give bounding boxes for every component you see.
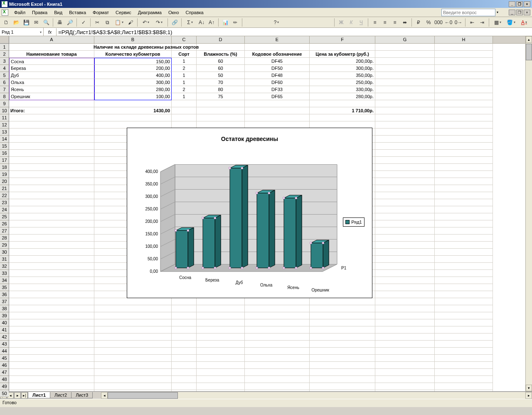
hscroll-thumb[interactable] [108, 392, 178, 399]
percent-icon[interactable]: % [424, 18, 433, 27]
menu-bar: Файл Правка Вид Вставка Формат Сервис Ди… [0, 8, 532, 17]
dropdown-icon[interactable]: ▾ [495, 10, 500, 14]
svg-text:Береза: Береза [205, 278, 219, 282]
svg-rect-70 [311, 243, 323, 268]
doc-restore-button[interactable]: ❐ [516, 10, 523, 15]
svg-rect-57 [256, 192, 258, 194]
sort-desc-icon[interactable]: A↑ [207, 18, 216, 27]
vertical-scrollbar[interactable]: ▴ ▾ [525, 36, 532, 391]
menu-view[interactable]: Вид [51, 9, 66, 16]
svg-rect-73 [310, 242, 312, 244]
align-right-icon[interactable]: ≡ [390, 18, 399, 27]
sum-icon[interactable]: Σ [184, 18, 196, 27]
menu-format[interactable]: Формат [89, 9, 112, 16]
cut-icon[interactable]: ✂ [93, 18, 102, 27]
scroll-left-icon[interactable]: ◂ [101, 392, 108, 399]
formula-bar: Ряд 1 fx [0, 28, 532, 36]
borders-icon[interactable]: ▦ [491, 18, 504, 27]
print-icon[interactable]: 🖶 [55, 18, 64, 27]
menu-edit[interactable]: Правка [29, 9, 51, 16]
align-left-icon[interactable]: ≡ [370, 18, 379, 27]
italic-icon[interactable]: К [347, 18, 356, 27]
menu-tools[interactable]: Сервис [112, 9, 135, 16]
fx-label[interactable]: fx [44, 30, 56, 35]
redo-icon[interactable]: ↷ [153, 18, 165, 27]
svg-text:200,00: 200,00 [145, 219, 158, 224]
open-icon[interactable]: 📂 [12, 18, 21, 27]
name-box[interactable]: Ряд 1 [0, 28, 44, 36]
doc-minimize-button[interactable]: _ [509, 10, 515, 15]
bold-icon[interactable]: Ж [337, 18, 346, 27]
underline-icon[interactable]: Ч [357, 18, 366, 27]
svg-text:400,00: 400,00 [145, 169, 158, 174]
scroll-up-icon[interactable]: ▴ [526, 36, 532, 43]
chart-title[interactable]: Остаток древесины [127, 128, 372, 142]
sort-asc-icon[interactable]: A↓ [197, 18, 206, 27]
align-center-icon[interactable]: ≡ [380, 18, 389, 27]
currency-icon[interactable]: ₽ [414, 18, 423, 27]
sheet-tab-2[interactable]: Лист2 [50, 392, 71, 398]
maximize-button[interactable]: ❐ [516, 1, 523, 7]
svg-rect-30 [176, 230, 188, 268]
close-button[interactable]: × [524, 1, 530, 7]
embedded-chart[interactable]: Остаток древесины Ряд1 0,0050,00100,0015… [127, 128, 372, 298]
column-headers[interactable]: ABCDEFGH [9, 36, 525, 44]
save-icon[interactable]: 💾 [22, 18, 31, 27]
svg-rect-75 [310, 267, 312, 269]
search-icon[interactable]: 🔍 [42, 18, 51, 27]
svg-text:100,00: 100,00 [145, 244, 158, 249]
sheet-tab-1[interactable]: Лист1 [28, 392, 50, 398]
dec-indent-icon[interactable]: ⇤ [468, 18, 477, 27]
format-painter-icon[interactable]: 🖌 [126, 18, 135, 27]
zoom-icon[interactable] [244, 18, 269, 27]
dec-decimal-icon[interactable]: 0→ [454, 18, 463, 27]
question-input[interactable] [441, 9, 495, 16]
menu-help[interactable]: Справка [182, 9, 207, 16]
doc-close-button[interactable]: × [524, 10, 530, 15]
link-icon[interactable]: 🔗 [170, 18, 179, 27]
fill-color-icon[interactable]: 🪣 [505, 18, 517, 27]
scroll-down-icon[interactable]: ▾ [526, 385, 532, 391]
font-color-icon[interactable]: А [518, 18, 530, 27]
svg-rect-62 [284, 198, 296, 268]
preview-icon[interactable]: 🔎 [65, 18, 74, 27]
menu-window[interactable]: Окно [165, 9, 182, 16]
svg-marker-72 [323, 240, 329, 268]
app-icon-small[interactable] [2, 9, 8, 16]
svg-text:Ясень: Ясень [287, 285, 299, 290]
horizontal-scrollbar[interactable]: ◂ ▸ [101, 392, 532, 399]
inc-decimal-icon[interactable]: ←0 [444, 18, 453, 27]
svg-rect-38 [203, 218, 215, 268]
tab-nav-next-icon[interactable]: ▸ [14, 392, 21, 399]
mail-icon[interactable]: ✉ [32, 18, 41, 27]
scroll-right-icon[interactable]: ▸ [525, 392, 532, 399]
row-headers[interactable]: 1234567891011121314151617181920212223242… [0, 36, 9, 391]
menu-chart[interactable]: Диаграмма [135, 9, 165, 16]
inc-indent-icon[interactable]: ⇥ [478, 18, 487, 27]
sheet-tab-3[interactable]: Лист3 [71, 392, 93, 398]
paste-icon[interactable]: 📋 [113, 18, 125, 27]
minimize-button[interactable]: _ [509, 1, 515, 7]
new-icon[interactable]: 🗋 [2, 18, 11, 27]
svg-rect-43 [202, 267, 204, 269]
undo-icon[interactable]: ↶ [140, 18, 152, 27]
tab-nav-last-icon[interactable]: ▸| [21, 392, 28, 399]
chart-plot[interactable]: 0,0050,00100,00150,00200,00250,00300,003… [131, 147, 364, 296]
spell-icon[interactable]: ✓ [79, 18, 88, 27]
select-all-corner[interactable] [0, 36, 9, 44]
worksheet[interactable]: ABCDEFGH 1234567891011121314151617181920… [0, 36, 532, 391]
formula-input[interactable] [56, 28, 532, 36]
scroll-thumb[interactable] [526, 44, 532, 60]
menu-insert[interactable]: Вставка [66, 9, 89, 16]
svg-rect-44 [214, 267, 216, 269]
help-icon[interactable]: ? [270, 18, 283, 27]
svg-marker-48 [242, 165, 248, 268]
comma-icon[interactable]: 000 [434, 18, 443, 27]
svg-text:Сосна: Сосна [179, 275, 191, 280]
drawing-icon[interactable]: ✏ [231, 18, 240, 27]
menu-file[interactable]: Файл [11, 9, 29, 16]
chart-icon[interactable]: 📊 [221, 18, 230, 27]
copy-icon[interactable]: ⧉ [103, 18, 112, 27]
merge-icon[interactable]: ⬌ [400, 18, 409, 27]
svg-rect-65 [283, 197, 285, 199]
